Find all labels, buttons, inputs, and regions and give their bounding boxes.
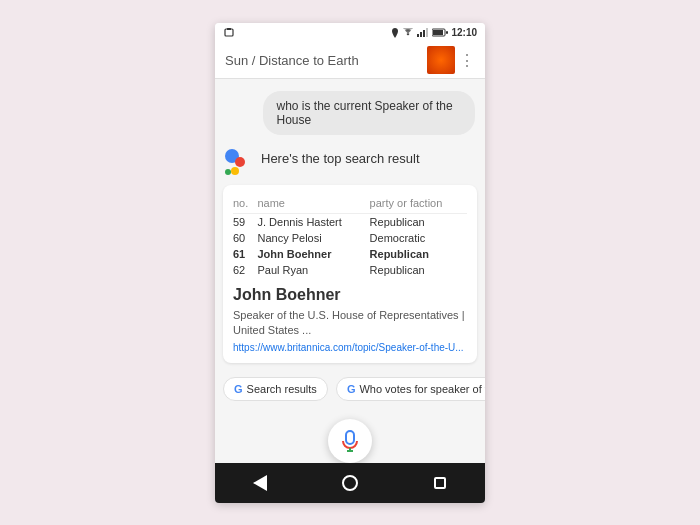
cell-name: Paul Ryan <box>257 262 369 278</box>
phone-container: 12:10 Sun / Distance to Earth ⋮ who is t… <box>215 23 485 503</box>
featured-link[interactable]: https://www.britannica.com/topic/Speaker… <box>233 342 467 353</box>
svg-rect-1 <box>227 28 231 30</box>
status-bar: 12:10 <box>215 23 485 43</box>
result-card: no. name party or faction 59J. Dennis Ha… <box>223 185 477 364</box>
battery-icon <box>432 28 448 37</box>
google-g-icon: G <box>234 383 243 395</box>
col-header-name: name <box>257 195 369 214</box>
speakers-table: no. name party or faction 59J. Dennis Ha… <box>233 195 467 278</box>
back-icon <box>253 475 267 491</box>
time-display: 12:10 <box>451 27 477 38</box>
cell-no: 62 <box>233 262 257 278</box>
chat-bubble-container: who is the current Speaker of the House <box>215 79 485 141</box>
cell-name: J. Dennis Hastert <box>257 213 369 230</box>
dot-yellow <box>231 167 239 175</box>
svg-rect-4 <box>423 30 425 37</box>
svg-rect-8 <box>446 31 448 34</box>
top-search-bar[interactable]: Sun / Distance to Earth ⋮ <box>215 43 485 79</box>
sun-thumbnail <box>427 46 455 74</box>
back-button[interactable] <box>250 473 270 493</box>
svg-rect-3 <box>420 32 422 37</box>
recents-icon <box>434 477 446 489</box>
who-votes-label: Who votes for speaker of the Ho <box>359 383 485 395</box>
col-header-no: no. <box>233 195 257 214</box>
cell-no: 61 <box>233 246 257 262</box>
signal-icon <box>417 28 429 37</box>
svg-rect-5 <box>426 28 428 37</box>
dot-green <box>225 169 231 175</box>
featured-description: Speaker of the U.S. House of Representat… <box>233 308 467 339</box>
cell-no: 60 <box>233 230 257 246</box>
google-assistant-icon <box>225 149 253 177</box>
table-row: 59J. Dennis HastertRepublican <box>233 213 467 230</box>
featured-name: John Boehner <box>233 286 467 304</box>
mic-icon <box>341 430 359 452</box>
cell-name: Nancy Pelosi <box>257 230 369 246</box>
cell-no: 59 <box>233 213 257 230</box>
who-votes-chip[interactable]: G Who votes for speaker of the Ho <box>336 377 485 401</box>
recents-button[interactable] <box>430 473 450 493</box>
svg-rect-9 <box>346 431 354 444</box>
svg-rect-2 <box>417 34 419 37</box>
user-query-bubble: who is the current Speaker of the House <box>263 91 476 135</box>
google-g-icon-2: G <box>347 383 356 395</box>
cell-party: Democratic <box>370 230 467 246</box>
assistant-response-text: Here's the top search result <box>261 147 420 166</box>
more-options-icon[interactable]: ⋮ <box>459 51 475 70</box>
bottom-nav <box>215 463 485 503</box>
location-icon <box>391 28 399 38</box>
suggestions-row: G Search results G Who votes for speaker… <box>215 371 485 407</box>
cell-party: Republican <box>370 246 467 262</box>
home-button[interactable] <box>340 473 360 493</box>
svg-rect-7 <box>433 30 443 35</box>
dot-red <box>235 157 245 167</box>
cell-name: John Boehner <box>257 246 369 262</box>
user-query-text: who is the current Speaker of the House <box>277 99 453 127</box>
cell-party: Republican <box>370 213 467 230</box>
mic-button[interactable] <box>328 419 372 462</box>
status-bar-left <box>223 28 235 38</box>
search-results-label: Search results <box>247 383 317 395</box>
home-icon <box>342 475 358 491</box>
search-results-chip[interactable]: G Search results <box>223 377 328 401</box>
top-search-text: Sun / Distance to Earth <box>225 53 427 68</box>
cell-party: Republican <box>370 262 467 278</box>
table-row: 61John BoehnerRepublican <box>233 246 467 262</box>
table-row: 60Nancy PelosiDemocratic <box>233 230 467 246</box>
table-row: 62Paul RyanRepublican <box>233 262 467 278</box>
col-header-party: party or faction <box>370 195 467 214</box>
wifi-icon <box>402 28 414 37</box>
status-bar-right: 12:10 <box>391 27 477 38</box>
svg-rect-0 <box>225 29 233 36</box>
assistant-response: Here's the top search result <box>215 141 485 185</box>
notification-icon <box>223 28 235 38</box>
content-area: who is the current Speaker of the House … <box>215 79 485 463</box>
mic-area <box>215 407 485 462</box>
